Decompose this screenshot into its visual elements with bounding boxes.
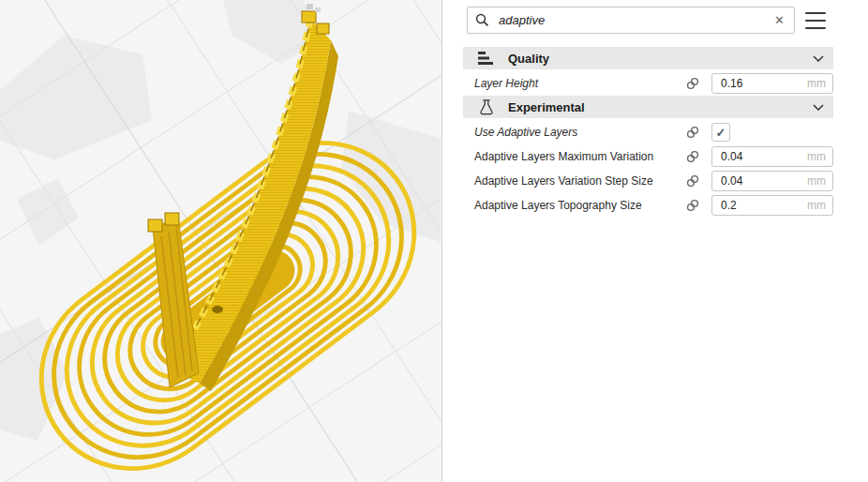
link-icon[interactable] bbox=[686, 174, 699, 188]
layer-height-icon bbox=[478, 52, 495, 66]
category-quality-label: Quality bbox=[508, 52, 813, 66]
adaptive-max-variation-input[interactable] bbox=[719, 149, 803, 164]
adaptive-topography-size-input[interactable] bbox=[719, 198, 803, 213]
search-row: ✕ bbox=[467, 7, 833, 34]
search-box[interactable]: ✕ bbox=[467, 7, 795, 34]
setting-row-adaptive-topography-size: Adaptive Layers Topography Size mm bbox=[463, 193, 833, 218]
menu-icon[interactable] bbox=[805, 12, 826, 29]
adaptive-max-variation-field: mm bbox=[711, 146, 833, 167]
check-icon: ✓ bbox=[716, 127, 726, 139]
adaptive-max-variation-label: Adaptive Layers Maximum Variation bbox=[474, 150, 686, 163]
chevron-down-icon bbox=[813, 55, 824, 62]
search-input[interactable] bbox=[497, 12, 772, 28]
chevron-down-icon bbox=[813, 104, 824, 111]
category-quality[interactable]: Quality bbox=[463, 47, 833, 69]
link-icon[interactable] bbox=[686, 126, 699, 139]
setting-row-layer-height: Layer Height mm bbox=[463, 71, 833, 96]
adaptive-step-size-input[interactable] bbox=[719, 173, 803, 188]
adaptive-step-size-field: mm bbox=[711, 171, 833, 191]
adaptive-step-size-label: Adaptive Layers Variation Step Size bbox=[474, 174, 686, 188]
setting-row-use-adaptive-layers: Use Adaptive Layers ✓ bbox=[463, 120, 833, 144]
cura-window: ✕ Quality Layer Height bbox=[0, 0, 868, 482]
unit-label: mm bbox=[807, 150, 826, 163]
layer-height-label: Layer Height bbox=[474, 77, 686, 90]
category-experimental[interactable]: Experimental bbox=[463, 96, 833, 118]
buildplate-scene bbox=[0, 0, 441, 482]
link-icon[interactable] bbox=[686, 150, 699, 163]
use-adaptive-layers-label: Use Adaptive Layers bbox=[474, 126, 686, 139]
category-experimental-label: Experimental bbox=[508, 100, 813, 114]
viewport-3d[interactable] bbox=[0, 0, 441, 482]
unit-label: mm bbox=[807, 174, 826, 188]
setting-row-adaptive-step-size: Adaptive Layers Variation Step Size mm bbox=[463, 169, 833, 193]
print-settings-panel: ✕ Quality Layer Height bbox=[441, 0, 868, 482]
clear-search-icon[interactable]: ✕ bbox=[772, 14, 786, 26]
unit-label: mm bbox=[807, 77, 826, 90]
adaptive-topography-size-label: Adaptive Layers Topography Size bbox=[474, 199, 686, 212]
link-icon[interactable] bbox=[686, 77, 699, 90]
unit-label: mm bbox=[807, 199, 826, 212]
layer-height-field: mm bbox=[711, 73, 833, 94]
setting-row-adaptive-max-variation: Adaptive Layers Maximum Variation mm bbox=[463, 144, 833, 169]
adaptive-topography-size-field: mm bbox=[711, 195, 833, 216]
use-adaptive-layers-field: ✓ bbox=[711, 123, 833, 142]
layer-height-input[interactable] bbox=[719, 76, 803, 91]
link-icon[interactable] bbox=[686, 199, 699, 212]
search-icon bbox=[475, 13, 489, 27]
experimental-flask-icon bbox=[478, 99, 495, 115]
use-adaptive-layers-checkbox[interactable]: ✓ bbox=[711, 123, 730, 142]
